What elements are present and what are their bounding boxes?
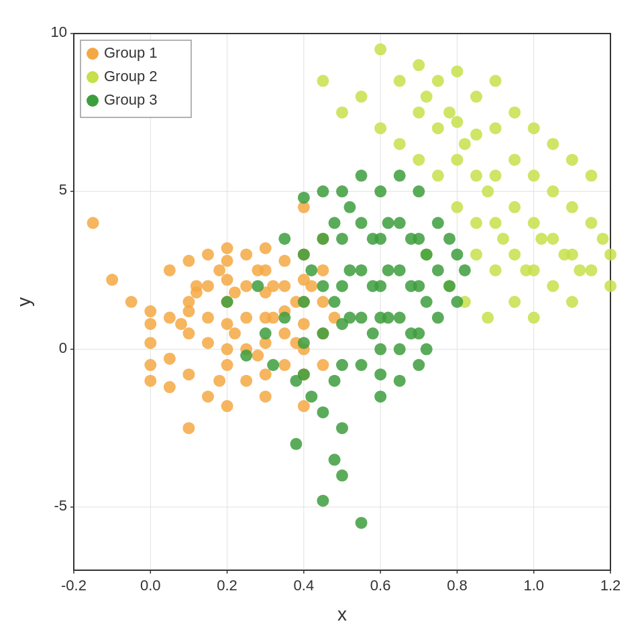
svg-point-81 [260, 264, 272, 276]
svg-point-139 [470, 170, 482, 182]
svg-point-71 [221, 359, 233, 371]
svg-point-229 [382, 217, 394, 229]
svg-point-243 [413, 280, 425, 292]
svg-point-144 [490, 122, 502, 134]
svg-point-78 [240, 375, 252, 387]
svg-point-247 [421, 296, 433, 308]
svg-text:0.6: 0.6 [370, 577, 391, 594]
svg-point-129 [432, 122, 444, 134]
svg-text:Group 1: Group 1 [104, 44, 158, 61]
svg-point-248 [421, 343, 433, 356]
svg-point-249 [432, 217, 444, 229]
svg-text:-5: -5 [54, 497, 67, 514]
svg-text:0: 0 [59, 339, 67, 356]
svg-point-166 [566, 154, 578, 166]
svg-point-246 [421, 248, 433, 260]
svg-point-202 [329, 296, 341, 308]
svg-point-128 [432, 75, 444, 87]
svg-point-171 [585, 170, 597, 182]
svg-text:-0.2: -0.2 [61, 577, 87, 594]
svg-point-162 [547, 185, 559, 197]
svg-point-237 [394, 375, 406, 387]
svg-point-115 [267, 312, 279, 324]
svg-point-155 [528, 122, 540, 134]
svg-point-200 [317, 407, 329, 419]
svg-point-260 [329, 453, 341, 466]
svg-point-149 [508, 107, 521, 119]
svg-point-234 [394, 264, 406, 276]
svg-point-74 [240, 248, 252, 260]
svg-point-57 [182, 422, 195, 434]
svg-point-113 [175, 318, 187, 330]
svg-point-45 [144, 337, 156, 349]
svg-point-125 [413, 107, 425, 119]
svg-point-117 [317, 75, 329, 87]
svg-point-253 [443, 280, 455, 292]
svg-point-192 [298, 337, 310, 349]
svg-point-164 [547, 280, 559, 292]
svg-point-184 [260, 327, 272, 339]
svg-point-152 [508, 248, 521, 260]
svg-point-235 [394, 312, 406, 324]
svg-point-204 [336, 185, 348, 197]
svg-text:0.8: 0.8 [447, 577, 468, 594]
svg-point-194 [305, 264, 317, 276]
svg-point-73 [229, 286, 241, 299]
svg-point-257 [290, 438, 302, 450]
svg-point-86 [260, 390, 272, 402]
svg-point-157 [528, 217, 540, 229]
svg-point-63 [202, 390, 214, 402]
svg-point-169 [566, 296, 578, 308]
svg-point-245 [413, 359, 425, 371]
svg-point-75 [240, 280, 252, 292]
svg-point-198 [317, 280, 329, 292]
svg-point-160 [535, 233, 547, 245]
svg-point-61 [202, 312, 214, 324]
svg-point-80 [260, 242, 272, 254]
svg-point-259 [336, 470, 348, 482]
svg-point-159 [528, 312, 540, 324]
svg-text:1.0: 1.0 [523, 577, 544, 594]
svg-point-226 [374, 343, 386, 356]
svg-point-62 [202, 337, 214, 349]
svg-point-111 [252, 350, 264, 362]
svg-point-101 [298, 400, 310, 412]
svg-point-92 [278, 359, 290, 371]
svg-point-182 [240, 350, 252, 362]
svg-point-140 [470, 217, 482, 229]
svg-point-254 [451, 248, 463, 260]
svg-point-163 [547, 233, 559, 245]
svg-point-51 [164, 353, 176, 365]
svg-point-211 [343, 264, 356, 276]
svg-point-109 [182, 305, 195, 317]
svg-point-167 [566, 201, 578, 213]
svg-point-190 [298, 248, 310, 260]
svg-point-98 [298, 318, 310, 330]
svg-point-107 [317, 359, 329, 371]
svg-text:0.4: 0.4 [294, 577, 315, 594]
svg-point-43 [125, 296, 138, 308]
svg-point-228 [374, 390, 386, 402]
svg-point-201 [329, 217, 341, 229]
svg-point-112 [213, 375, 225, 387]
svg-point-143 [490, 75, 502, 87]
svg-point-206 [336, 280, 348, 292]
svg-point-189 [298, 192, 310, 204]
svg-point-232 [394, 170, 406, 182]
svg-point-52 [164, 381, 176, 393]
svg-point-186 [278, 233, 290, 245]
svg-point-88 [278, 255, 290, 267]
svg-point-135 [451, 201, 463, 213]
svg-point-223 [374, 233, 386, 245]
svg-point-256 [459, 264, 471, 276]
svg-text:0.0: 0.0 [140, 577, 161, 594]
svg-point-56 [182, 368, 195, 380]
svg-point-42 [106, 274, 118, 286]
svg-point-203 [329, 375, 341, 387]
svg-point-193 [298, 368, 310, 380]
svg-text:0.2: 0.2 [217, 577, 237, 594]
svg-point-69 [221, 318, 233, 330]
svg-point-66 [221, 255, 233, 267]
svg-text:5: 5 [59, 181, 67, 198]
svg-point-197 [317, 233, 329, 245]
